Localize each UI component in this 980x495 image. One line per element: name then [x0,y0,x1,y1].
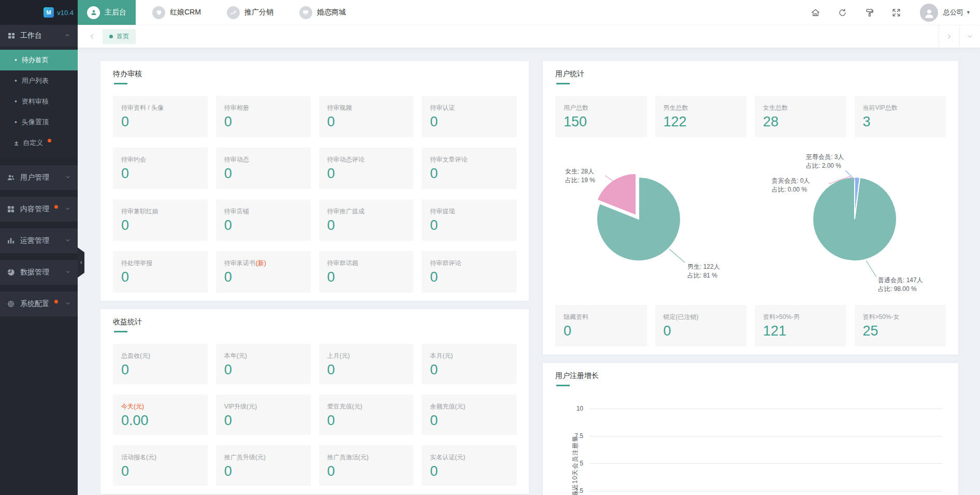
caret-down-icon: ▼ [966,10,971,15]
nav-tab-label: 推广分销 [244,8,273,17]
todo-stat-card[interactable]: 待审认证 0 [422,96,516,137]
sidebar-collapse-handle[interactable] [78,248,84,278]
revenue-stat-card[interactable]: 推广员升级(元) 0 [216,445,311,486]
user-stat-card[interactable]: 锁定(已注销) 0 [655,305,747,346]
fullscreen-icon[interactable] [883,8,910,18]
user-stat-card[interactable]: 当前VIP总数 3 [855,96,946,137]
sidebar-section-content[interactable]: 内容管理 [0,197,78,222]
revenue-stat-card[interactable]: 实名认证(元) 0 [422,445,516,486]
stat-card-value: 0 [224,464,302,478]
stat-card-value: 0 [121,363,199,377]
paint-brush-icon[interactable] [856,8,883,18]
shop-icon [299,6,312,19]
stat-card-value: 0.00 [121,414,199,428]
todo-stat-card[interactable]: 待审店铺 0 [216,199,311,241]
todo-stat-card[interactable]: 待审推广提成 0 [319,199,414,241]
sidebar: M v10.4 工作台 ● 待办首页 ● 用户列表 ● [0,0,78,495]
company-name: 总公司 [943,8,963,17]
todo-stat-card[interactable]: 待审群评论 0 [422,251,516,293]
user-stat-card[interactable]: 男生总数 122 [655,96,747,137]
todo-stat-card[interactable]: 待审视频 0 [319,96,414,137]
todo-stat-card[interactable]: 待审提现 0 [422,199,516,241]
home-icon[interactable] [802,8,829,18]
todo-stat-card[interactable]: 待审约会 0 [113,148,208,189]
stat-card-label: 推广员升级(元) [224,453,302,462]
stat-card-label: 女生总数 [763,104,838,112]
users-icon [7,173,15,182]
todo-stat-card[interactable]: 待处理举报 0 [113,251,208,293]
revenue-stat-card[interactable]: VIP升级(元) 0 [216,395,311,435]
revenue-stat-card[interactable]: 上月(元) 0 [319,344,414,384]
stat-card-label: 上月(元) [327,352,406,360]
revenue-stat-card[interactable]: 推广员激活(元) 0 [319,445,414,486]
todo-stat-card[interactable]: 待审动态 0 [216,148,311,189]
stat-card-label: 推广员激活(元) [327,453,406,462]
revenue-stat-card[interactable]: 余额充值(元) 0 [422,395,516,435]
sidebar-section-operations[interactable]: 运营管理 [0,228,78,253]
nav-tab-main-backend[interactable]: 主后台 [78,0,136,25]
y-tick-label: 10 [555,405,589,412]
nav-tab-marriage-mall[interactable]: 婚恋商城 [290,0,355,25]
refresh-icon[interactable] [829,8,856,18]
user-stat-card[interactable]: 隐藏资料 0 [555,305,647,346]
todo-stat-card[interactable]: 待审文章评论 0 [422,148,516,189]
stat-card-value: 0 [564,324,639,338]
stat-card-label: 余额充值(元) [430,402,508,411]
sidebar-item-label: 待办首页 [22,55,49,65]
stat-card-label: 总盈收(元) [121,352,199,360]
topbar: 主后台 红娘CRM 推广分销 婚恋商城 [78,0,980,25]
todo-stat-card[interactable]: 待审群话题 0 [319,251,414,293]
revenue-stat-card[interactable]: 今天(元) 0.00 [113,395,208,435]
heart-icon [152,6,165,19]
stat-card-label: 资料>50%-男 [763,313,838,322]
revenue-stat-card[interactable]: 本月(元) 0 [422,344,516,384]
tabbar-chevron-right-icon[interactable] [939,25,959,48]
user-stat-card[interactable]: 资料>50%-男 121 [755,305,846,346]
user-avatar[interactable] [920,4,938,22]
title-underline [556,83,570,84]
nav-tab-promotion[interactable]: 推广分销 [218,0,283,25]
user-stat-card[interactable]: 用户总数 150 [555,96,647,137]
sidebar-menu-item[interactable]: ± 自定义 [0,133,78,153]
bullet-dot-icon: ● [15,99,17,104]
todo-stat-card[interactable]: 待审动态评论 0 [319,148,414,189]
gender-vip-pie-charts[interactable] [555,145,946,296]
user-stat-card[interactable]: 资料>50%-女 25 [855,305,946,346]
todo-stat-card[interactable]: 待审资料 / 头像 0 [113,96,208,137]
stat-card-value: 0 [224,115,302,129]
company-dropdown[interactable]: 总公司 ▼ [943,8,971,17]
tabbar-dropdown-icon[interactable] [959,25,980,48]
stat-card-label: 待审提现 [430,207,508,216]
sidebar-menu-item[interactable]: ● 待办首页 [0,50,78,70]
revenue-stat-card[interactable]: 本年(元) 0 [216,344,311,384]
revenue-stat-card[interactable]: 活动报名(元) 0 [113,445,208,486]
registration-growth-chart[interactable]: 10 7.5 5 2.5 最近10天会员注册量 [555,398,946,495]
sidebar-menu-item[interactable]: ● 资料审核 [0,91,78,112]
stat-card-value: 0 [430,363,508,377]
chevron-down-icon [65,268,71,276]
todo-stat-card[interactable]: 待审兼职红娘 0 [113,199,208,241]
nav-tab-matchmaker-crm[interactable]: 红娘CRM [143,0,210,25]
notification-dot [48,139,51,142]
stat-card-label: 今天(元) [121,402,199,411]
sidebar-section-data[interactable]: 数据管理 [0,260,78,285]
sidebar-menu-item[interactable]: ● 头像置顶 [0,112,78,133]
tabbar-chevron-left-icon[interactable] [85,33,98,40]
stat-card-value: 0 [430,414,508,428]
gridline [589,463,943,464]
route-tab-home[interactable]: 首页 [103,29,136,44]
revenue-stat-card[interactable]: 爱豆充值(元) 0 [319,395,414,435]
revenue-stat-card[interactable]: 总盈收(元) 0 [113,344,208,384]
pie-callout-supreme-member: 至尊会员: 3人 占比: 2.00 % [806,153,844,170]
panel-revenue-stats: 收益统计 总盈收(元) 0 本年(元) 0 [100,309,529,494]
sidebar-section-users[interactable]: 用户管理 [0,165,78,190]
pie-slice-普通会员[interactable] [813,177,897,261]
todo-stat-card[interactable]: 待审承诺书(新) 0 [216,251,311,293]
user-stat-card[interactable]: 女生总数 28 [755,96,846,137]
sidebar-menu-item[interactable]: ● 用户列表 [0,70,78,91]
sidebar-section-settings[interactable]: 系统配置 [0,292,78,316]
stat-card-label: 待审认证 [430,104,508,112]
sidebar-group-workbench[interactable]: 工作台 [0,25,78,47]
todo-stat-card[interactable]: 待审相册 0 [216,96,311,137]
stat-card-label: 待审动态评论 [327,155,406,164]
